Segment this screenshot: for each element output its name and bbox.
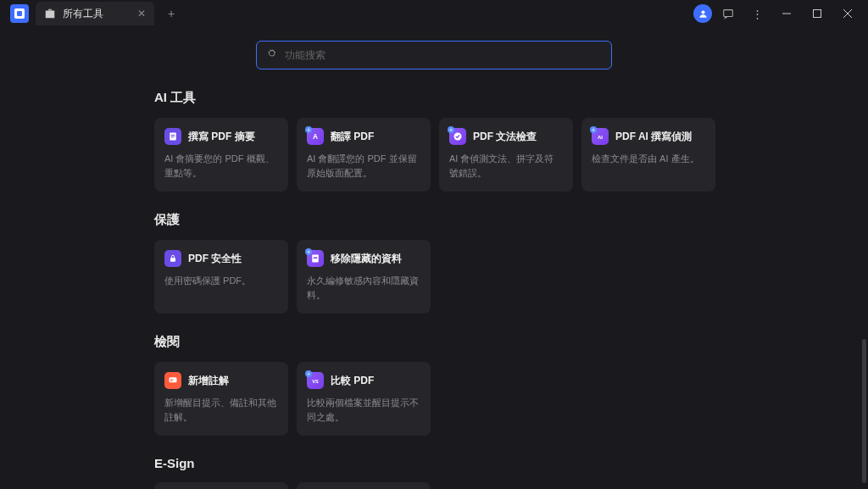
svg-rect-14 — [170, 258, 175, 262]
card-description: 檢查文件是否由 AI 產生。 — [592, 152, 705, 166]
card-title: 移除隱藏的資料 — [331, 252, 402, 266]
plus-badge-icon — [305, 126, 312, 133]
section: 保護PDF 安全性使用密碼保護 PDF。移除隱藏的資料永久編修敏感內容和隱藏資料… — [154, 212, 714, 314]
lock-icon — [164, 250, 181, 267]
card-description: AI 會摘要您的 PDF 概觀、重點等。 — [164, 152, 278, 180]
svg-text:AI: AI — [598, 135, 603, 140]
svg-rect-18 — [170, 380, 174, 381]
card-title: PDF 安全性 — [188, 252, 242, 266]
card-title: PDF 文法檢查 — [473, 130, 537, 144]
section: 檢閱新增註解新增醒目提示、備註和其他註解。VS比較 PDF比較兩個檔案並醒目提示… — [154, 334, 714, 436]
svg-rect-16 — [314, 258, 318, 259]
card-description: AI 會翻譯您的 PDF 並保留原始版面配置。 — [307, 152, 420, 180]
user-avatar[interactable] — [693, 4, 712, 23]
message-icon[interactable] — [715, 1, 741, 26]
svg-rect-3 — [814, 10, 821, 18]
vs-icon: VS — [307, 372, 324, 389]
tool-card[interactable]: 要求電子簽署傳送文件給其他人以進行簽署。 — [154, 482, 288, 489]
section-title: 檢閱 — [154, 334, 714, 350]
tab-title: 所有工具 — [63, 7, 131, 21]
card-description: AI 會偵測文法、拼字及符號錯誤。 — [449, 152, 563, 180]
svg-rect-19 — [170, 381, 172, 381]
section: E-Sign要求電子簽署傳送文件給其他人以進行簽署。填寫與簽署填寫表單，並新增簽… — [154, 456, 714, 489]
toolbox-icon — [44, 8, 56, 19]
tool-card[interactable]: 撰寫 PDF 摘要AI 會摘要您的 PDF 概觀、重點等。 — [154, 118, 288, 192]
svg-rect-9 — [171, 136, 175, 136]
cards-grid: 要求電子簽署傳送文件給其他人以進行簽署。填寫與簽署填寫表單，並新增簽名或戳記。 — [154, 482, 714, 489]
card-description: 新增醒目提示、備註和其他註解。 — [164, 396, 278, 424]
ai-icon: AI — [592, 128, 609, 145]
doc-icon — [164, 128, 181, 145]
card-description: 比較兩個檔案並醒目提示不同之處。 — [307, 396, 420, 424]
scrollbar[interactable] — [862, 339, 866, 483]
plus-badge-icon — [305, 370, 312, 377]
window-close-button[interactable] — [834, 1, 861, 26]
tool-card[interactable]: 新增註解新增醒目提示、備註和其他註解。 — [154, 362, 288, 436]
cards-grid: 新增註解新增醒目提示、備註和其他註解。VS比較 PDF比較兩個檔案並醒目提示不同… — [154, 362, 714, 436]
plus-badge-icon — [305, 248, 312, 255]
tool-card[interactable]: PDF 文法檢查AI 會偵測文法、拼字及符號錯誤。 — [439, 118, 573, 192]
tool-card[interactable]: PDF 安全性使用密碼保護 PDF。 — [154, 240, 288, 314]
card-title: 比較 PDF — [331, 374, 374, 388]
more-icon[interactable]: ⋮ — [744, 1, 770, 26]
tool-card[interactable]: 填寫與簽署填寫表單，並新增簽名或戳記。 — [297, 482, 431, 489]
maximize-button[interactable] — [804, 1, 831, 26]
redact-icon — [307, 250, 324, 267]
note-icon — [164, 372, 181, 389]
search-icon — [267, 48, 278, 62]
search-input[interactable] — [285, 49, 601, 61]
tool-card[interactable]: AIPDF AI 撰寫偵測檢查文件是否由 AI 產生。 — [581, 118, 715, 192]
tool-card[interactable]: 移除隱藏的資料永久編修敏感內容和隱藏資料。 — [297, 240, 431, 314]
card-title: 撰寫 PDF 摘要 — [188, 130, 255, 144]
tab[interactable]: 所有工具 ✕ — [36, 2, 154, 25]
search-box[interactable] — [256, 41, 612, 69]
new-tab-button[interactable]: + — [163, 5, 180, 22]
A-icon: A — [307, 128, 324, 145]
section: AI 工具撰寫 PDF 摘要AI 會摘要您的 PDF 概觀、重點等。A翻譯 PD… — [154, 90, 714, 192]
card-title: 新增註解 — [188, 374, 229, 388]
svg-text:VS: VS — [312, 379, 319, 384]
titlebar: 所有工具 ✕ + ⋮ — [0, 0, 868, 27]
cards-grid: PDF 安全性使用密碼保護 PDF。移除隱藏的資料永久編修敏感內容和隱藏資料。 — [154, 240, 714, 314]
svg-text:A: A — [313, 133, 318, 141]
svg-point-0 — [701, 10, 704, 14]
svg-rect-8 — [171, 135, 175, 136]
section-title: AI 工具 — [154, 90, 714, 106]
section-title: 保護 — [154, 212, 714, 228]
section-title: E-Sign — [154, 456, 714, 470]
close-icon[interactable]: ✕ — [137, 8, 146, 19]
card-description: 使用密碼保護 PDF。 — [164, 274, 278, 288]
plus-badge-icon — [590, 126, 597, 133]
check-icon — [449, 128, 466, 145]
plus-badge-icon — [448, 126, 454, 133]
cards-grid: 撰寫 PDF 摘要AI 會摘要您的 PDF 概觀、重點等。A翻譯 PDFAI 會… — [154, 118, 714, 192]
card-title: 翻譯 PDF — [331, 130, 374, 144]
svg-point-6 — [269, 50, 275, 56]
tool-card[interactable]: VS比較 PDF比較兩個檔案並醒目提示不同之處。 — [297, 362, 431, 436]
card-title: PDF AI 撰寫偵測 — [615, 130, 692, 144]
svg-rect-1 — [724, 10, 733, 17]
svg-rect-10 — [171, 137, 174, 138]
content-area: AI 工具撰寫 PDF 摘要AI 會摘要您的 PDF 概觀、重點等。A翻譯 PD… — [0, 27, 868, 489]
card-description: 永久編修敏感內容和隱藏資料。 — [307, 274, 420, 302]
tool-card[interactable]: A翻譯 PDFAI 會翻譯您的 PDF 並保留原始版面配置。 — [297, 118, 431, 192]
minimize-button[interactable] — [773, 1, 800, 26]
app-icon — [10, 4, 29, 23]
